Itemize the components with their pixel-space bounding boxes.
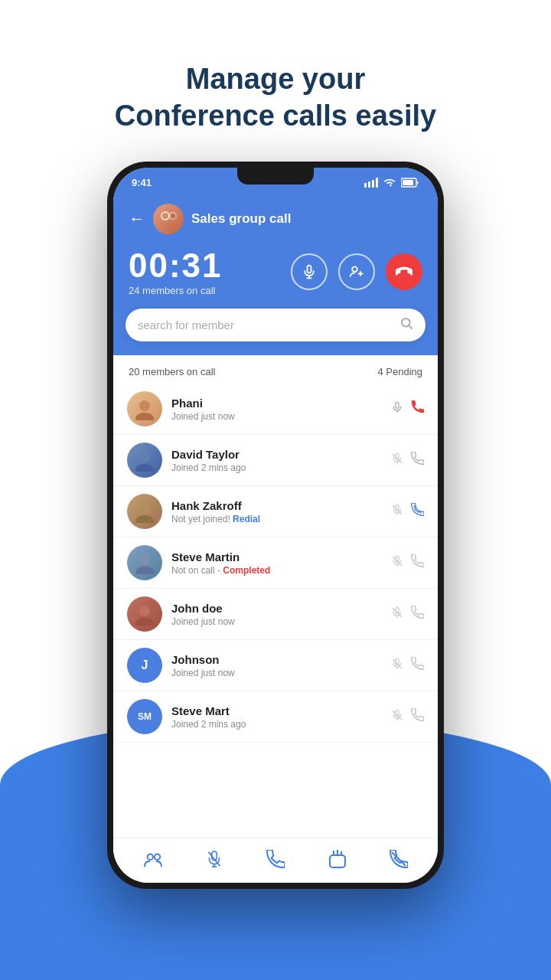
phone-mockup: 9:41 <box>107 162 444 889</box>
svg-rect-2 <box>372 180 374 188</box>
mic-toggle-icon[interactable] <box>391 555 403 571</box>
redial-link[interactable]: Redial <box>233 514 260 524</box>
svg-point-49 <box>155 854 160 860</box>
svg-point-23 <box>135 464 154 472</box>
svg-point-13 <box>352 266 357 272</box>
call-action-icon[interactable] <box>411 708 424 725</box>
completed-badge: Completed <box>223 565 270 576</box>
search-input[interactable]: search for member <box>138 318 392 332</box>
nav-members[interactable] <box>143 851 163 867</box>
search-bar[interactable]: search for member <box>126 309 425 341</box>
svg-rect-20 <box>396 402 399 408</box>
mic-toggle-icon[interactable] <box>391 658 403 674</box>
member-list: 20 members on call 4 Pending <box>113 355 438 838</box>
avatar <box>127 443 162 478</box>
member-name: David Taylor <box>171 448 382 461</box>
search-icon <box>399 316 413 334</box>
svg-rect-0 <box>364 183 367 188</box>
members-on-call-label: 20 members on call <box>129 366 215 377</box>
mic-toggle-icon[interactable] <box>391 606 403 622</box>
list-item: Steve Martin Not on call - Completed <box>113 537 438 589</box>
member-actions <box>391 606 424 622</box>
member-actions <box>391 503 424 520</box>
svg-point-48 <box>147 854 152 860</box>
mic-toggle-icon[interactable] <box>391 401 403 417</box>
avatar <box>127 596 162 632</box>
svg-point-32 <box>139 554 150 565</box>
member-name: John doe <box>171 602 382 615</box>
call-action-icon[interactable] <box>411 606 424 622</box>
avatar: J <box>127 648 162 683</box>
svg-point-16 <box>402 318 410 327</box>
svg-point-37 <box>139 606 150 616</box>
list-item: SM Steve Mart Joined 2 mins ago <box>113 691 438 743</box>
svg-point-22 <box>139 452 150 462</box>
list-item: John doe Joined just now <box>113 589 438 640</box>
mic-toggle-icon[interactable] <box>391 504 403 520</box>
mute-button[interactable] <box>291 253 328 290</box>
end-call-icon <box>396 263 412 280</box>
end-call-button[interactable] <box>386 253 422 290</box>
member-status: Joined just now <box>171 411 382 422</box>
list-item: Hank Zakroff Not yet joined! Redial <box>113 486 438 537</box>
mic-toggle-icon[interactable] <box>391 452 403 469</box>
call-action-icon[interactable] <box>411 554 424 571</box>
member-status: Joined 2 mins ago <box>171 462 382 473</box>
signal-icon <box>364 178 378 188</box>
back-button[interactable]: ← <box>129 209 145 229</box>
headline-line1: Manage your <box>115 61 436 98</box>
call-action-icon[interactable] <box>411 657 424 674</box>
list-item: J Johnson Joined just now <box>113 640 438 691</box>
mic-icon <box>302 264 317 279</box>
list-item: David Taylor Joined 2 mins ago <box>113 435 438 486</box>
member-actions <box>391 554 424 571</box>
svg-rect-3 <box>376 178 378 188</box>
mic-toggle-icon[interactable] <box>391 709 403 725</box>
avatar: SM <box>127 699 162 734</box>
list-item: Phani Joined just now <box>113 384 438 435</box>
status-time: 9:41 <box>132 177 152 188</box>
member-actions <box>391 400 424 417</box>
svg-rect-10 <box>308 265 311 273</box>
svg-point-38 <box>135 618 154 626</box>
svg-point-28 <box>135 515 154 523</box>
member-status: Joined just now <box>171 668 382 678</box>
add-person-icon <box>349 264 364 279</box>
svg-point-19 <box>135 413 154 420</box>
svg-point-33 <box>135 567 154 574</box>
member-name: Steve Martin <box>171 550 382 564</box>
svg-rect-54 <box>330 855 345 867</box>
members-scroll-list: Phani Joined just now <box>113 384 438 743</box>
svg-line-17 <box>409 325 412 328</box>
member-status: Joined 2 mins ago <box>171 719 382 730</box>
member-status: Joined just now <box>171 616 382 627</box>
svg-point-7 <box>162 213 168 219</box>
svg-rect-1 <box>368 181 370 188</box>
member-actions <box>391 452 424 469</box>
nav-mute[interactable] <box>207 849 222 869</box>
nav-call[interactable] <box>266 850 285 868</box>
member-status: Not yet joined! Redial <box>171 514 382 524</box>
nav-hand[interactable] <box>329 849 346 869</box>
members-on-call-count: 24 members on call <box>129 285 223 296</box>
call-timer: 00:31 <box>129 247 223 285</box>
avatar <box>127 494 162 529</box>
member-name: Johnson <box>171 653 382 666</box>
call-header: ← Sales group call <box>113 194 438 319</box>
headline-line2: Conference calls easily <box>115 98 436 135</box>
call-action-icon[interactable] <box>411 503 424 520</box>
nav-block-call[interactable] <box>390 850 408 868</box>
phone-notch <box>237 168 314 185</box>
member-actions <box>391 708 424 725</box>
page-headline: Manage your Conference calls easily <box>115 61 436 134</box>
call-action-icon[interactable] <box>411 400 424 417</box>
call-action-icon[interactable] <box>411 452 424 469</box>
battery-icon <box>401 178 419 188</box>
member-name: Steve Mart <box>171 704 382 717</box>
phone-outer: 9:41 <box>107 162 444 889</box>
phone-screen: 9:41 <box>113 168 438 883</box>
group-avatar <box>153 204 184 234</box>
status-icons <box>364 178 419 188</box>
add-member-button[interactable] <box>338 253 375 290</box>
avatar <box>127 545 162 580</box>
